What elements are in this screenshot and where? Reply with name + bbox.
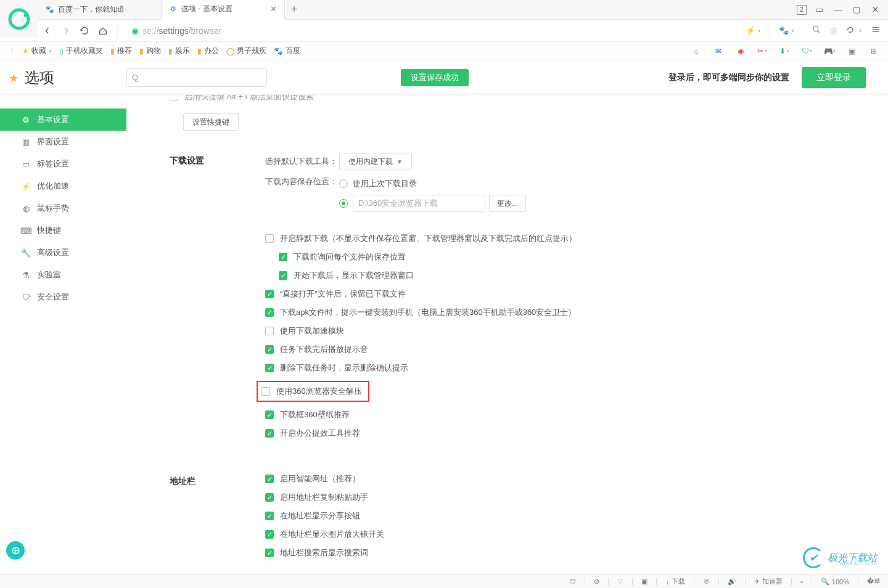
checkbox-row[interactable]: ✓下载框360壁纸推荐 <box>265 409 888 420</box>
new-tab-button[interactable]: + <box>285 0 303 20</box>
shield-icon[interactable]: 🛡▾ <box>802 46 813 57</box>
bm-folder[interactable]: ▮购物 <box>139 46 161 56</box>
checkbox[interactable]: ✓ <box>265 475 274 483</box>
settings-search-input[interactable]: Q <box>126 68 267 87</box>
search-icon[interactable] <box>812 25 821 36</box>
accelerator-status[interactable]: ✈ 加速器 <box>754 577 783 586</box>
star-icon[interactable]: ★ <box>9 71 18 85</box>
maximize-icon[interactable]: ▢ <box>851 4 862 15</box>
radio-custom-dir[interactable] <box>339 199 348 208</box>
sidebar-item-basic[interactable]: ⚙基本设置 <box>0 108 126 131</box>
checkbox[interactable]: ✓ <box>279 253 287 261</box>
bm-folder[interactable]: ▮推荐 <box>110 46 132 56</box>
checkbox[interactable]: ✓ <box>265 512 274 520</box>
note-icon[interactable]: ▫ <box>800 578 803 586</box>
checkbox-row[interactable]: ✓启用地址栏复制粘贴助手 <box>265 492 888 503</box>
change-path-button[interactable]: 更改... <box>489 195 526 212</box>
minimize-icon[interactable]: — <box>832 4 844 15</box>
monitor-icon[interactable]: ▣ <box>846 46 857 57</box>
paw-icon[interactable]: 🐾 <box>779 26 789 35</box>
checkbox-row[interactable]: 使用360浏览器安全解压 <box>260 381 888 402</box>
undo-icon[interactable] <box>845 25 855 36</box>
fav-folder[interactable]: ★收藏 ▾ <box>22 46 52 56</box>
checkbox[interactable]: ✓ <box>265 308 274 317</box>
globe-icon[interactable]: ◎ <box>830 26 837 35</box>
set-shortcut-button[interactable]: 设置快捷键 <box>183 113 239 131</box>
scissors-icon[interactable]: ✂▾ <box>757 46 768 57</box>
checkbox[interactable] <box>261 387 270 396</box>
weibo-icon[interactable]: ◉ <box>735 46 746 57</box>
checkbox[interactable]: ✓ <box>265 290 274 298</box>
home-button[interactable] <box>94 22 112 40</box>
sidebar-item-tabs[interactable]: ▭标签设置 <box>0 153 126 175</box>
bm-link[interactable]: ◯男子残疾 <box>226 46 266 56</box>
window-close-icon[interactable]: ✕ <box>870 4 881 15</box>
radio-last-dir[interactable] <box>339 179 348 188</box>
checkbox[interactable]: ✓ <box>279 271 287 280</box>
checkbox[interactable] <box>265 327 274 335</box>
checkbox[interactable]: ✓ <box>265 493 274 502</box>
zoom-indicator[interactable]: 🔍100% <box>821 578 849 586</box>
forward-button[interactable] <box>57 22 75 40</box>
checkbox-row[interactable]: ✓启用智能网址（推荐） <box>265 473 888 484</box>
tab-settings[interactable]: ⚙ 选项 - 基本设置 ✕ <box>162 0 285 20</box>
download-tool-select[interactable]: 使用内建下载▼ <box>339 153 412 170</box>
apps-icon[interactable]: ⊞ <box>868 46 879 57</box>
chevron-left-icon[interactable]: 〈 <box>5 46 15 56</box>
checkbox-row[interactable]: ✓下载apk文件时，提示一键安装到手机（电脑上需安装360手机助手或360安全卫… <box>265 307 888 318</box>
sidebar-item-ui[interactable]: ▥界面设置 <box>0 131 126 153</box>
assist-button[interactable]: ⊕ <box>6 541 25 560</box>
checkbox[interactable] <box>265 234 274 243</box>
sidebar-item-shortcut[interactable]: ⌨快捷键 <box>0 219 126 242</box>
checkbox-row[interactable]: 开启静默下载（不显示文件保存位置窗、下载管理器窗以及下载完成后的红点提示） <box>265 233 888 244</box>
back-button[interactable] <box>38 22 57 40</box>
resize-grip-icon[interactable]: �草 <box>867 577 881 586</box>
pocket-icon[interactable]: ⌂ <box>691 46 702 57</box>
checkbox[interactable] <box>170 95 178 101</box>
sidebar-item-lab[interactable]: ⚗实验室 <box>0 264 126 286</box>
checkbox[interactable]: ✓ <box>265 530 274 539</box>
checkbox[interactable]: ✓ <box>265 364 274 372</box>
cast-icon[interactable]: ▣ <box>641 578 648 586</box>
url-input[interactable]: ◉ se:// settings /browser <box>123 26 738 36</box>
reload-button[interactable] <box>75 22 94 40</box>
panel-icon[interactable]: ▭ <box>814 4 825 15</box>
checkbox-row[interactable]: ✓在地址栏显示分享按钮 <box>265 510 888 521</box>
clipboard-icon[interactable]: ℗ <box>703 578 710 586</box>
close-icon[interactable]: ✕ <box>270 4 277 14</box>
checkbox-row[interactable]: ✓删除下载任务时，显示删除确认提示 <box>265 362 888 374</box>
checkbox[interactable]: ✓ <box>265 410 274 419</box>
sidebar-item-mouse[interactable]: ◍鼠标手势 <box>0 197 126 219</box>
checkbox-row[interactable]: 使用下载加速模块 <box>265 325 888 337</box>
bm-baidu[interactable]: 🐾百度 <box>274 46 300 56</box>
bm-folder[interactable]: ▮办公 <box>197 46 219 56</box>
checkbox[interactable]: ✓ <box>265 549 274 557</box>
flash-icon[interactable]: ⚡ <box>746 26 755 35</box>
checkbox-row[interactable]: ✓任务下载完后播放提示音 <box>265 344 888 355</box>
sidebar-item-advanced[interactable]: 🔧高级设置 <box>0 242 126 264</box>
login-button[interactable]: 立即登录 <box>802 67 866 88</box>
checkbox-row[interactable]: ✓“直接打开”文件后，保留已下载文件 <box>265 288 888 300</box>
tab-baidu[interactable]: 🐾 百度一下，你就知道 <box>38 0 162 20</box>
tab-count[interactable]: 2 <box>797 5 807 15</box>
speaker-icon[interactable]: 🔊 <box>728 578 736 586</box>
download-path-input[interactable]: D:\360安全浏览器下载 <box>353 195 485 212</box>
checkbox[interactable]: ✓ <box>265 345 274 354</box>
checkbox-row[interactable]: ✓地址栏搜索后显示搜索词 <box>265 547 888 558</box>
mail-icon[interactable]: ✉ <box>713 46 724 57</box>
checkbox-row[interactable]: ✓开启办公提效工具推荐 <box>265 428 888 439</box>
sidebar-item-speed[interactable]: ⚡优化加速 <box>0 175 126 197</box>
bm-folder[interactable]: ▮娱乐 <box>168 46 190 56</box>
gamepad-icon[interactable]: 🎮▾ <box>824 46 835 57</box>
sidebar-item-security[interactable]: 🛡安全设置 <box>0 286 126 308</box>
checkbox-row[interactable]: ✓下载前询问每个文件的保存位置 <box>279 251 888 263</box>
checkbox-row[interactable]: ✓在地址栏显示图片放大镜开关 <box>265 529 888 540</box>
menu-icon[interactable] <box>871 25 881 36</box>
checkbox-row[interactable]: ✓开始下载后，显示下载管理器窗口 <box>279 270 888 281</box>
checkbox[interactable]: ✓ <box>265 429 274 438</box>
shield-status-icon[interactable]: 🛡 <box>569 578 576 586</box>
heart-icon[interactable]: ♡ <box>617 578 623 586</box>
mobile-fav[interactable]: ▯手机收藏夹 <box>59 46 103 56</box>
download-plus-icon[interactable]: ⬇▾ <box>779 46 791 57</box>
download-status[interactable]: ↓ 下载 <box>665 577 685 586</box>
